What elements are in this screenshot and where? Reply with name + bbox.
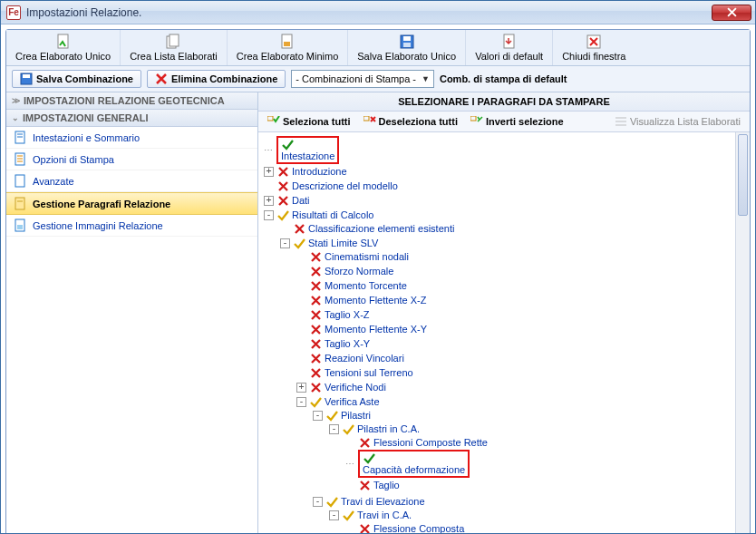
sidebar-item-label: Gestione Immagini Relazione <box>33 220 163 231</box>
tree-item[interactable]: Sforzo Normale <box>325 266 393 277</box>
tree-item[interactable]: Classificazione elementi esistenti <box>308 223 454 234</box>
elimina-combinazione-button[interactable]: Elimina Combinazione <box>147 70 286 88</box>
close-icon <box>727 7 737 17</box>
expand-toggle[interactable]: - <box>329 424 339 434</box>
floppy-icon <box>357 33 456 51</box>
highlight-box: Intestazione <box>276 136 339 164</box>
svg-rect-20 <box>15 198 24 209</box>
svg-rect-7 <box>403 43 411 47</box>
expand-toggle[interactable]: - <box>313 411 323 421</box>
tree-item[interactable]: Tensioni sul Terreno <box>325 367 413 378</box>
tree-item[interactable]: Verifiche Nodi <box>325 382 386 393</box>
cross-icon <box>309 279 322 292</box>
svg-rect-24 <box>267 116 273 121</box>
expand-toggle[interactable]: + <box>264 196 274 206</box>
tree-scroll-area[interactable]: ⋯ Intestazione +Introduzione .Descrizion… <box>258 132 750 534</box>
salva-combinazione-button[interactable]: Salva Combinazione <box>12 70 141 88</box>
tree-item[interactable]: Reazioni Vincolari <box>325 353 404 364</box>
sidebar-item-gestione-paragrafi[interactable]: Gestione Paragrafi Relazione <box>6 192 257 215</box>
deselect-all-icon <box>363 116 376 127</box>
svg-rect-2 <box>170 34 179 46</box>
tree-item[interactable]: Descrizione del modello <box>292 180 398 191</box>
partial-check-icon <box>276 209 289 221</box>
combo-right-label: Comb. di stampa di default <box>440 73 567 84</box>
tree-item[interactable]: Risultati di Calcolo <box>292 209 373 220</box>
svg-rect-19 <box>15 175 24 187</box>
inverti-selezione-button[interactable]: Inverti selezione <box>465 114 569 129</box>
tree-item[interactable]: Momento Flettente X-Z <box>325 295 427 306</box>
salva-elaborato-unico-button[interactable]: Salva Elaborato Unico <box>348 30 466 65</box>
expand-toggle[interactable]: - <box>280 238 290 248</box>
tree-item[interactable]: Pilastri in C.A. <box>357 423 420 434</box>
doc-icon <box>14 131 27 144</box>
expand-toggle[interactable]: + <box>296 383 306 393</box>
sidebar-section-geotecnica[interactable]: ≫ IMPOSTAZIONI RELAZIONE GEOTECNICA <box>6 92 257 110</box>
sidebar-item-avanzate[interactable]: Avanzate <box>6 170 257 192</box>
scrollbar-thumb[interactable] <box>738 134 748 216</box>
toolbar-label: Salva Elaborato Unico <box>357 51 456 62</box>
cross-icon <box>309 381 322 393</box>
crea-elaborato-unico-button[interactable]: Crea Elaborato Unico <box>6 30 121 65</box>
vertical-scrollbar[interactable] <box>735 132 750 534</box>
tree-item[interactable]: Verifica Aste <box>325 396 380 407</box>
sidebar-item-opzioni-stampa[interactable]: Opzioni di Stampa <box>6 149 257 170</box>
tree-item[interactable]: Flessioni Composte Rette <box>373 437 488 448</box>
cross-icon <box>276 180 289 192</box>
deseleziona-tutti-button[interactable]: Deseleziona tutti <box>358 114 463 129</box>
partial-check-icon <box>342 422 354 435</box>
expand-toggle[interactable]: - <box>329 510 339 520</box>
tree-item[interactable]: Taglio X-Z <box>325 309 370 320</box>
sidebar-item-intestazioni[interactable]: Intestazioni e Sommario <box>6 127 257 149</box>
highlight-box: Capacità deformazione <box>358 450 470 478</box>
cross-icon <box>293 222 305 235</box>
doc-icon <box>14 218 27 232</box>
tree-item[interactable]: Dati <box>292 195 310 206</box>
chiudi-finestra-button[interactable]: Chiudi finestra <box>553 30 635 65</box>
close-red-icon <box>562 33 625 51</box>
window-titlebar: Fe Impostazioni Relazione. <box>1 1 755 24</box>
partial-check-icon <box>325 409 338 422</box>
expand-toggle[interactable]: - <box>296 397 306 407</box>
svg-rect-25 <box>363 116 369 121</box>
tree-item[interactable]: Introduzione <box>292 166 347 177</box>
sidebar-item-label: Opzioni di Stampa <box>33 154 114 165</box>
expand-toggle[interactable]: - <box>264 210 274 220</box>
tree-item[interactable]: Capacità deformazione <box>363 464 465 475</box>
button-label: Deseleziona tutti <box>379 116 458 127</box>
sidebar-item-label: Intestazioni e Sommario <box>33 132 140 143</box>
toolbar-label: Crea Elaborato Unico <box>15 51 111 62</box>
main-header: SELEZIONARE I PARAGRAFI DA STAMPARE <box>258 92 750 112</box>
tree-item[interactable]: Cinematismi nodali <box>325 251 409 262</box>
doc-icon <box>14 174 27 188</box>
tree-item[interactable]: Taglio X-Y <box>325 338 370 349</box>
tree-item[interactable]: Pilastri <box>341 410 371 421</box>
button-label: Visualizza Lista Elaborati <box>630 116 741 127</box>
crea-elaborato-minimo-button[interactable]: Crea Elaborato Minimo <box>228 30 349 65</box>
valori-default-button[interactable]: Valori di default <box>466 30 553 65</box>
tree-item[interactable]: Travi in C.A. <box>357 510 412 520</box>
sidebar-item-label: Avanzate <box>33 176 74 187</box>
cross-icon <box>309 352 322 364</box>
expand-toggle[interactable]: + <box>264 167 274 177</box>
sidebar-section-generali[interactable]: ⌄ IMPOSTAZIONI GENERALI <box>6 110 257 127</box>
toolbar-label: Crea Lista Elaborati <box>130 51 218 62</box>
section-label: IMPOSTAZIONI RELAZIONE GEOTECNICA <box>24 95 225 106</box>
combinazioni-dropdown[interactable]: - Combinazioni di Stampa - ▼ <box>291 70 434 88</box>
tree-item[interactable]: Intestazione <box>281 150 334 161</box>
tree-item[interactable]: Travi di Elevazione <box>341 496 425 507</box>
tree-item[interactable]: Momento Torcente <box>325 280 407 291</box>
tree-item[interactable]: Flessione Composta <box>373 523 464 534</box>
toolbar-label: Chiudi finestra <box>562 51 625 62</box>
tree-item[interactable]: Taglio <box>373 480 400 490</box>
visualizza-lista-button[interactable]: Visualizza Lista Elaborati <box>609 114 746 129</box>
sidebar-item-gestione-immagini[interactable]: Gestione Immagini Relazione <box>6 215 257 237</box>
crea-lista-elaborati-button[interactable]: Crea Lista Elaborati <box>121 30 228 65</box>
tree-item[interactable]: Momento Flettente X-Y <box>325 324 427 335</box>
expand-toggle[interactable]: - <box>313 497 323 507</box>
invert-icon <box>470 116 483 127</box>
sidebar: ≫ IMPOSTAZIONI RELAZIONE GEOTECNICA ⌄ IM… <box>6 92 258 534</box>
window-close-button[interactable] <box>712 5 751 21</box>
svg-rect-23 <box>17 225 23 229</box>
seleziona-tutti-button[interactable]: Seleziona tutti <box>262 114 356 129</box>
tree-item[interactable]: Stati Limite SLV <box>308 238 378 248</box>
